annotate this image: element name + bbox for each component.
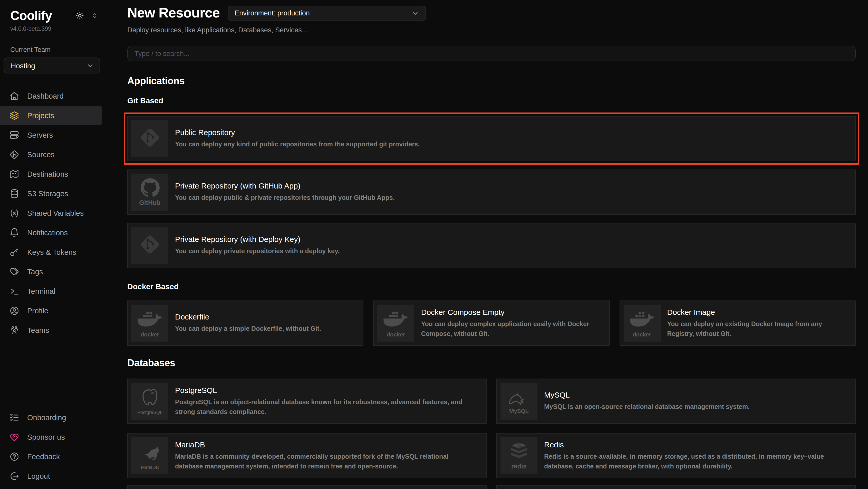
logo-caption: PostgreSQL: [137, 410, 162, 415]
users-icon: [9, 325, 20, 336]
app-logo[interactable]: Coolify: [10, 8, 52, 23]
sidebar-item-notifications[interactable]: Notifications: [0, 223, 102, 242]
redis-icon: redis: [500, 437, 537, 474]
sidebar-item-label: Keys & Tokens: [27, 248, 76, 256]
resource-card-mysql[interactable]: MySQLMySQLMySQL is an open-source relati…: [496, 379, 856, 424]
cutoff-card: [496, 485, 856, 489]
sidebar-item-feedback[interactable]: Feedback: [0, 447, 102, 466]
map-icon: [9, 169, 20, 179]
sidebar-item-s3-storages[interactable]: S3 Storages: [0, 184, 102, 203]
card-text: PostgreSQLPostgreSQL is an object-relati…: [175, 385, 479, 418]
search-input[interactable]: [127, 46, 856, 61]
card-text: Docker ImageYou can deploy an existing D…: [667, 307, 848, 339]
sidebar-item-shared-variables[interactable]: Shared Variables: [0, 203, 102, 223]
home-icon: [9, 91, 20, 101]
logo-caption: docker: [141, 332, 159, 338]
sidebar-item-label: Onboarding: [27, 413, 66, 422]
git-source-icon: [9, 149, 20, 160]
docker-icon: docker: [377, 305, 414, 342]
resource-card-mariadb[interactable]: MariaDBMariaDBMariaDB is a community-dev…: [127, 433, 487, 478]
sidebar-item-label: Profile: [27, 307, 48, 315]
card-description: PostgreSQL is an object-relational datab…: [175, 398, 476, 418]
subsection-docker-based-title: Docker Based: [127, 282, 856, 291]
resource-card-public-repository[interactable]: Public RepositoryYou can deploy any kind…: [127, 116, 856, 161]
card-description: Redis is a source-available, in-memory s…: [544, 452, 845, 472]
sidebar-item-dashboard[interactable]: Dashboard: [0, 86, 102, 106]
theme-toggle-sun-icon[interactable]: [75, 11, 84, 20]
section-applications-title: Applications: [127, 76, 856, 87]
sidebar-item-logout[interactable]: Logout: [0, 466, 102, 486]
sidebar-item-onboarding[interactable]: Onboarding: [0, 408, 102, 427]
logo-caption: docker: [387, 332, 405, 338]
card-description: You can deploy public & private reposito…: [175, 193, 730, 203]
cutoff-card-row: [127, 485, 856, 489]
mysql-icon: MySQL: [500, 383, 537, 420]
sidebar-item-terminal[interactable]: Terminal: [0, 282, 102, 301]
mariadb-icon-glyph: [139, 441, 161, 465]
sidebar-item-teams[interactable]: Teams: [0, 320, 102, 340]
card-title: Private Repository (with GitHub App): [175, 181, 845, 191]
resource-card-dockerfile[interactable]: dockerDockerfileYou can deploy a simple …: [127, 300, 364, 346]
logo-caption: MariaDB: [141, 465, 159, 470]
git-icon-glyph: [138, 233, 162, 258]
card-title: Private Repository (with Deploy Key): [175, 234, 845, 245]
card-text: RedisRedis is a source-available, in-mem…: [544, 439, 848, 472]
sidebar-item-sources[interactable]: Sources: [0, 145, 102, 164]
sidebar-item-projects[interactable]: Projects: [0, 106, 102, 125]
sidebar-item-label: Notifications: [27, 229, 68, 237]
card-text: DockerfileYou can deploy a simple Docker…: [175, 312, 356, 334]
card-description: You can deploy a simple Dockerfile, with…: [175, 324, 353, 335]
logo-caption: GitHub: [139, 200, 160, 206]
resource-card-docker-image[interactable]: dockerDocker ImageYou can deploy an exis…: [619, 300, 856, 346]
card-text: Private Repository (with Deploy Key)You …: [175, 234, 848, 257]
main-content: New Resource Environment: production Dep…: [111, 0, 868, 489]
card-description: You can deploy any kind of public reposi…: [175, 140, 730, 150]
card-text: Docker Compose EmptyYou can deploy compl…: [421, 307, 602, 339]
card-title: Public Repository: [175, 127, 845, 138]
sidebar-item-sponsor-us[interactable]: Sponsor us: [0, 427, 102, 447]
sidebar-item-label: Logout: [27, 472, 50, 480]
sidebar-header-icons: [75, 11, 98, 20]
environment-selector-value: Environment: production: [235, 9, 310, 17]
cutoff-card: [127, 485, 487, 489]
card-description: You can deploy complex application easil…: [421, 319, 599, 340]
resource-card-private-repository-with-deploy-key[interactable]: Private Repository (with Deploy Key)You …: [127, 223, 856, 268]
sidebar-item-servers[interactable]: Servers: [0, 125, 102, 145]
git-icon: [131, 227, 168, 264]
card-title: Docker Compose Empty: [421, 307, 599, 317]
card-text: Private Repository (with GitHub App)You …: [175, 181, 848, 203]
github-icon: GitHub: [131, 174, 168, 210]
chevron-down-icon: [86, 61, 94, 69]
card-description: You can deploy private repositories with…: [175, 247, 730, 257]
sidebar-item-destinations[interactable]: Destinations: [0, 164, 102, 184]
environment-selector[interactable]: Environment: production: [228, 5, 426, 21]
logout-icon: [9, 471, 20, 481]
redis-icon-glyph: [508, 441, 530, 463]
bell-icon: [9, 228, 20, 238]
key-icon: [9, 247, 20, 257]
current-team-label: Current Team: [10, 46, 110, 53]
sidebar-item-keys-tokens[interactable]: Keys & Tokens: [0, 242, 102, 262]
heart-handshake-icon: [9, 432, 20, 442]
team-select[interactable]: Hosting: [4, 58, 100, 74]
git-icon: [131, 120, 168, 157]
card-title: MariaDB: [175, 439, 476, 450]
resource-card-private-repository-with-github-app[interactable]: GitHubPrivate Repository (with GitHub Ap…: [127, 170, 856, 215]
sidebar-item-profile[interactable]: Profile: [0, 301, 102, 320]
sidebar-item-label: Sponsor us: [27, 433, 65, 441]
card-text: Public RepositoryYou can deploy any kind…: [175, 127, 848, 150]
sidebar: Coolify v4.0.0-beta.399 Current Team Hos…: [0, 0, 111, 489]
card-title: Docker Image: [667, 307, 845, 317]
sidebar-nav: DashboardProjectsServersSourcesDestinati…: [0, 86, 110, 340]
docker-icon-glyph: [136, 309, 163, 331]
databases-card-list: PostgreSQLPostgreSQLPostgreSQL is an obj…: [127, 379, 856, 478]
resource-card-docker-compose-empty[interactable]: dockerDocker Compose EmptyYou can deploy…: [373, 300, 610, 346]
version-switcher-chevrons-icon[interactable]: [91, 12, 98, 20]
sidebar-item-tags[interactable]: Tags: [0, 262, 102, 282]
card-title: MySQL: [544, 390, 845, 400]
resource-card-postgresql[interactable]: PostgreSQLPostgreSQLPostgreSQL is an obj…: [127, 379, 487, 424]
database-icon: [9, 189, 20, 199]
resource-card-redis[interactable]: redisRedisRedis is a source-available, i…: [496, 433, 856, 478]
page-title: New Resource: [127, 5, 220, 21]
subsection-git-based-title: Git Based: [127, 96, 856, 105]
